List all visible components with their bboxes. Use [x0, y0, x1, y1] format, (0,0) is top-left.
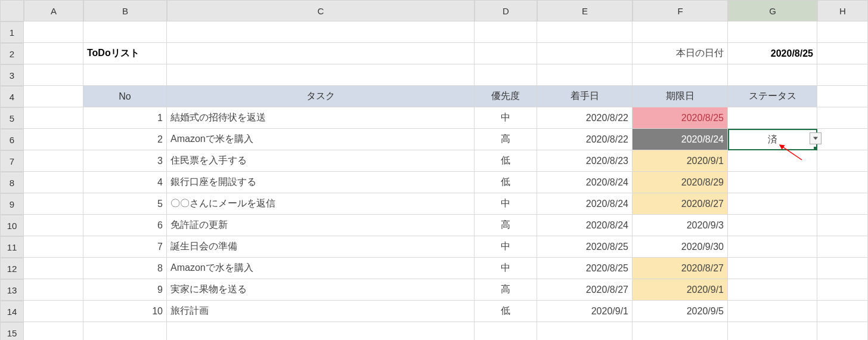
status-cell[interactable]: [728, 258, 817, 279]
row-header-1[interactable]: 1: [0, 21, 24, 43]
cell-A11[interactable]: [24, 236, 83, 258]
cell-H11[interactable]: [817, 236, 868, 258]
col-header-A[interactable]: A: [24, 0, 83, 21]
cell-H10[interactable]: [817, 215, 868, 236]
header-priority: 優先度: [475, 86, 537, 107]
cell-A13[interactable]: [24, 279, 83, 301]
task-name: Amazonで水を購入: [167, 258, 475, 279]
cell-H8[interactable]: [817, 172, 868, 193]
task-name: 〇〇さんにメールを返信: [167, 193, 475, 215]
task-no: 5: [83, 193, 167, 215]
cell-B1[interactable]: [83, 21, 167, 43]
status-cell-selected[interactable]: 済: [728, 129, 817, 150]
cell-H13[interactable]: [817, 279, 868, 301]
row-header-3[interactable]: 3: [0, 64, 24, 86]
row-header-14[interactable]: 14: [0, 301, 24, 322]
task-no: 7: [83, 236, 167, 258]
header-due: 期限日: [633, 86, 728, 107]
cell-H4[interactable]: [817, 86, 868, 107]
cell-A5[interactable]: [24, 107, 83, 129]
cell-G15[interactable]: [728, 322, 817, 340]
col-header-B[interactable]: B: [83, 0, 167, 21]
cell-H5[interactable]: [817, 107, 868, 129]
cell-A12[interactable]: [24, 258, 83, 279]
status-cell[interactable]: [728, 150, 817, 172]
cell-E1[interactable]: [537, 21, 633, 43]
cell-H9[interactable]: [817, 193, 868, 215]
cell-H12[interactable]: [817, 258, 868, 279]
col-header-C[interactable]: C: [167, 0, 475, 21]
select-all-corner[interactable]: [0, 0, 24, 21]
cell-A7[interactable]: [24, 150, 83, 172]
cell-F15[interactable]: [633, 322, 728, 340]
status-cell[interactable]: [728, 172, 817, 193]
cell-F1[interactable]: [633, 21, 728, 43]
status-cell[interactable]: [728, 236, 817, 258]
col-header-E[interactable]: E: [537, 0, 633, 21]
row-header-13[interactable]: 13: [0, 279, 24, 301]
row-header-2[interactable]: 2: [0, 43, 24, 64]
cell-H1[interactable]: [817, 21, 868, 43]
cell-D2[interactable]: [475, 43, 537, 64]
cell-A2[interactable]: [24, 43, 83, 64]
task-no: 1: [83, 107, 167, 129]
row-header-7[interactable]: 7: [0, 150, 24, 172]
col-header-D[interactable]: D: [475, 0, 537, 21]
cell-H7[interactable]: [817, 150, 868, 172]
page-title[interactable]: ToDoリスト: [83, 43, 167, 64]
status-cell[interactable]: [728, 279, 817, 301]
task-priority: 中: [475, 258, 537, 279]
status-cell[interactable]: [728, 107, 817, 129]
cell-A3[interactable]: [24, 64, 83, 86]
cell-A10[interactable]: [24, 215, 83, 236]
cell-D1[interactable]: [475, 21, 537, 43]
task-due: 2020/9/1: [633, 150, 728, 172]
cell-B3[interactable]: [83, 64, 167, 86]
row-header-11[interactable]: 11: [0, 236, 24, 258]
cell-D15[interactable]: [475, 322, 537, 340]
cell-A8[interactable]: [24, 172, 83, 193]
cell-G3[interactable]: [728, 64, 817, 86]
status-cell[interactable]: [728, 215, 817, 236]
header-no: No: [83, 86, 167, 107]
task-due: 2020/8/27: [633, 258, 728, 279]
cell-H3[interactable]: [817, 64, 868, 86]
cell-H14[interactable]: [817, 301, 868, 322]
cell-H6[interactable]: [817, 129, 868, 150]
row-header-6[interactable]: 6: [0, 129, 24, 150]
row-header-10[interactable]: 10: [0, 215, 24, 236]
cell-C1[interactable]: [167, 21, 475, 43]
cell-A1[interactable]: [24, 21, 83, 43]
col-header-G[interactable]: G: [728, 0, 817, 21]
cell-A9[interactable]: [24, 193, 83, 215]
cell-A4[interactable]: [24, 86, 83, 107]
cell-H15[interactable]: [817, 322, 868, 340]
status-cell[interactable]: [728, 301, 817, 322]
row-header-4[interactable]: 4: [0, 86, 24, 107]
cell-B15[interactable]: [83, 322, 167, 340]
status-cell[interactable]: [728, 193, 817, 215]
status-dropdown-button[interactable]: [810, 132, 822, 144]
row-header-9[interactable]: 9: [0, 193, 24, 215]
cell-E3[interactable]: [537, 64, 633, 86]
cell-A15[interactable]: [24, 322, 83, 340]
col-header-H[interactable]: H: [817, 0, 868, 21]
task-no: 8: [83, 258, 167, 279]
cell-C3[interactable]: [167, 64, 475, 86]
cell-D3[interactable]: [475, 64, 537, 86]
cell-A6[interactable]: [24, 129, 83, 150]
row-header-12[interactable]: 12: [0, 258, 24, 279]
cell-G1[interactable]: [728, 21, 817, 43]
task-no: 6: [83, 215, 167, 236]
row-header-15[interactable]: 15: [0, 322, 24, 340]
cell-H2[interactable]: [817, 43, 868, 64]
row-header-8[interactable]: 8: [0, 172, 24, 193]
cell-C2[interactable]: [167, 43, 475, 64]
cell-A14[interactable]: [24, 301, 83, 322]
cell-F3[interactable]: [633, 64, 728, 86]
row-header-5[interactable]: 5: [0, 107, 24, 129]
cell-E2[interactable]: [537, 43, 633, 64]
col-header-F[interactable]: F: [633, 0, 728, 21]
cell-E15[interactable]: [537, 322, 633, 340]
cell-C15[interactable]: [167, 322, 475, 340]
